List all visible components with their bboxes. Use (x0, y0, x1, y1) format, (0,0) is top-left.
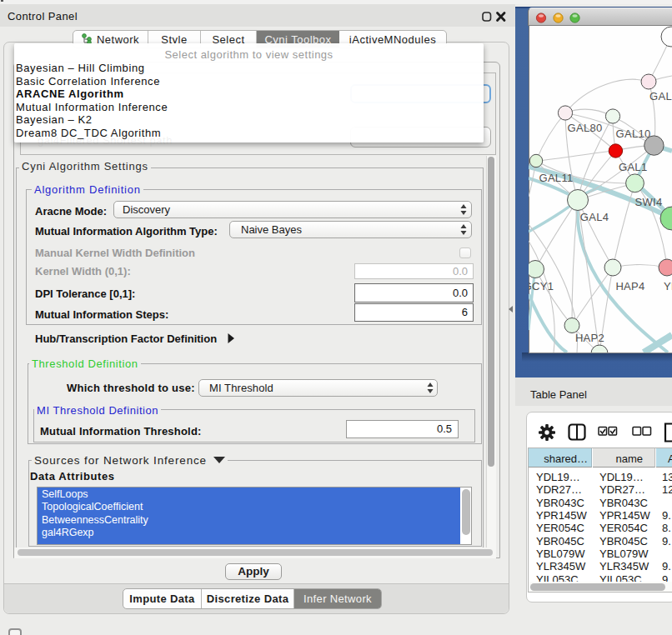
svg-text:GAL4: GAL4 (580, 211, 609, 223)
svg-text:GAL80: GAL80 (568, 122, 603, 134)
svg-text:GAL1: GAL1 (619, 161, 647, 173)
svg-text:YM: YM (664, 280, 672, 292)
svg-text:GAL11: GAL11 (539, 172, 573, 184)
svg-text:GAL7: GAL7 (649, 90, 672, 102)
svg-text:GAL10: GAL10 (616, 128, 651, 140)
svg-text:HAP2: HAP2 (575, 332, 604, 344)
svg-text:SWI4: SWI4 (635, 196, 663, 208)
svg-text:HAP4: HAP4 (615, 280, 644, 292)
svg-text:GCY1: GCY1 (529, 280, 554, 292)
